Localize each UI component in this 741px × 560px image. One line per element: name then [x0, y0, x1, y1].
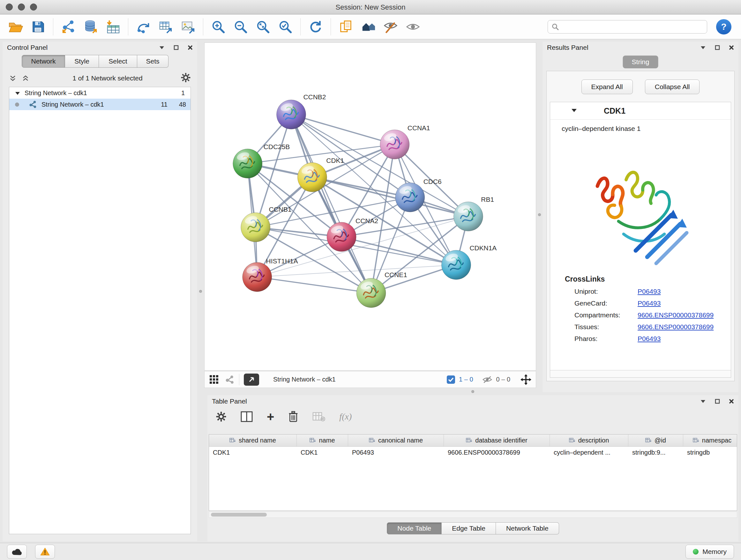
gene-section-header[interactable]: CDK1 — [550, 102, 731, 120]
expand-all-networks-icon[interactable] — [9, 74, 17, 82]
panel-menu-icon[interactable] — [159, 46, 165, 50]
tab-sets[interactable]: Sets — [137, 55, 169, 68]
warnings-button[interactable] — [35, 545, 55, 559]
network-node-RB1[interactable] — [454, 202, 483, 231]
table-row[interactable]: CDK1CDK1P064939606.ENSP00000378699cyclin… — [209, 447, 737, 458]
panel-close-icon[interactable] — [188, 45, 193, 50]
tab-edge-table[interactable]: Edge Table — [442, 522, 496, 535]
hidden-eye-slash-icon[interactable] — [482, 375, 492, 384]
panel-close-icon[interactable] — [729, 399, 734, 404]
crosslink-link[interactable]: 9606.ENSP00000378699 — [637, 323, 714, 331]
network-node-CDKN1A[interactable] — [442, 250, 471, 280]
expand-all-button[interactable]: Expand All — [582, 79, 633, 94]
network-node-CCNA1[interactable] — [380, 130, 409, 159]
splitter-handle[interactable] — [471, 390, 474, 393]
function-builder-icon[interactable]: f(x) — [339, 412, 352, 422]
crosslink-link[interactable]: P06493 — [637, 300, 661, 307]
splitter-handle[interactable] — [538, 213, 541, 216]
network-node-CDC25B[interactable] — [233, 149, 262, 178]
zoom-selected-button[interactable] — [276, 17, 295, 37]
column-header-shared-name[interactable]: shared name — [209, 435, 297, 446]
network-edge-CCNB2-CCNA1[interactable] — [291, 115, 394, 145]
home-button[interactable] — [359, 17, 378, 37]
selected-checkbox-icon[interactable] — [447, 375, 455, 384]
panel-menu-icon[interactable] — [700, 399, 706, 403]
import-network-database-button[interactable] — [81, 17, 100, 37]
apply-layout-button[interactable] — [306, 17, 325, 37]
search-input[interactable] — [548, 20, 707, 34]
table-cell[interactable]: stringdb:9... — [628, 449, 683, 456]
table-horizontal-scrollbar[interactable] — [209, 511, 737, 518]
network-node-CCNA2[interactable] — [327, 222, 356, 252]
zoom-in-button[interactable] — [209, 17, 228, 37]
column-header-name[interactable]: name — [297, 435, 348, 446]
column-header-namespac[interactable]: namespac — [683, 435, 737, 446]
collapse-all-networks-icon[interactable] — [22, 74, 29, 82]
grid-view-icon[interactable] — [209, 374, 219, 385]
tab-style[interactable]: Style — [65, 55, 99, 68]
show-columns-icon[interactable] — [241, 411, 253, 422]
network-node-HIST1H1A[interactable] — [243, 262, 272, 292]
panel-float-icon[interactable] — [715, 45, 720, 50]
table-cell[interactable]: 9606.ENSP00000378699 — [444, 449, 550, 456]
open-session-button[interactable] — [6, 17, 25, 37]
network-edge-CCNE1-HIST1H1A[interactable] — [257, 277, 371, 293]
import-network-file-button[interactable] — [59, 17, 78, 37]
table-cell[interactable]: stringdb — [683, 449, 737, 456]
disclosure-triangle-icon[interactable] — [15, 89, 20, 97]
tab-string[interactable]: String — [623, 56, 658, 68]
network-node-CCNB2[interactable] — [277, 100, 306, 129]
network-node-CDK1[interactable] — [297, 163, 327, 192]
network-view[interactable]: CCNB2CCNA1CDC25BCDK1CDC6RB1CCNB1CCNA2CDK… — [204, 43, 536, 371]
scrollbar-thumb[interactable] — [211, 513, 267, 516]
birds-eye-view-button[interactable] — [244, 374, 259, 386]
tab-node-table[interactable]: Node Table — [387, 522, 442, 535]
table-cell[interactable]: cyclin–dependent ... — [550, 449, 628, 456]
crosslink-link[interactable]: P06493 — [637, 335, 661, 343]
save-session-button[interactable] — [28, 17, 48, 37]
help-button[interactable]: ? — [716, 19, 731, 35]
clone-network-button[interactable] — [134, 17, 153, 37]
zoom-fit-button[interactable] — [253, 17, 273, 37]
network-node-CCNE1[interactable] — [356, 278, 386, 308]
cloud-status-button[interactable] — [7, 545, 27, 559]
table-cell[interactable]: P06493 — [348, 449, 444, 456]
tab-network[interactable]: Network — [22, 55, 65, 68]
memory-button[interactable]: Memory — [685, 545, 734, 559]
column-header--id[interactable]: @id — [628, 435, 683, 446]
network-share-icon[interactable] — [225, 375, 234, 384]
show-graphics-details-button[interactable] — [403, 17, 422, 37]
crosslink-link[interactable]: 9606.ENSP00000378699 — [637, 311, 714, 319]
panel-menu-icon[interactable] — [700, 46, 706, 50]
import-table-file-button[interactable] — [104, 17, 123, 37]
panel-close-icon[interactable] — [729, 45, 734, 50]
column-header-canonical-name[interactable]: canonical name — [348, 435, 444, 446]
network-collection-row[interactable]: String Network – cdk1 1 — [9, 87, 191, 99]
disclosure-triangle-icon[interactable] — [571, 108, 577, 114]
network-graph[interactable]: CCNB2CCNA1CDC25BCDK1CDC6RB1CCNB1CCNA2CDK… — [205, 43, 536, 370]
delete-column-trash-icon[interactable] — [288, 411, 298, 423]
duplicate-documents-button[interactable] — [336, 17, 355, 37]
add-column-icon[interactable]: + — [267, 412, 274, 422]
network-node-CCNB1[interactable] — [241, 212, 270, 242]
export-image-button[interactable] — [179, 17, 198, 37]
table-settings-gear-icon[interactable] — [216, 411, 226, 422]
panel-float-icon[interactable] — [174, 45, 179, 50]
tab-network-table[interactable]: Network Table — [496, 522, 559, 535]
splitter-handle[interactable] — [199, 290, 202, 293]
hide-graphics-details-button[interactable] — [381, 17, 400, 37]
column-header-description[interactable]: description — [550, 435, 628, 446]
tab-select[interactable]: Select — [99, 55, 137, 68]
network-edge-CCNB2-CCNE1[interactable] — [291, 115, 371, 293]
network-row-selected[interactable]: String Network – cdk1 11 48 — [9, 99, 191, 110]
table-cell[interactable]: CDK1 — [297, 449, 348, 456]
crosslink-link[interactable]: P06493 — [637, 288, 661, 295]
results-scroll-area[interactable] — [550, 370, 731, 377]
pan-move-icon[interactable] — [521, 374, 531, 385]
zoom-out-button[interactable] — [231, 17, 250, 37]
network-edge-CCNA2-CDKN1A[interactable] — [341, 237, 456, 265]
network-options-gear-icon[interactable] — [181, 72, 191, 84]
network-node-CDC6[interactable] — [395, 183, 425, 212]
collapse-all-button[interactable]: Collapse All — [645, 79, 700, 94]
table-cell[interactable]: CDK1 — [209, 449, 297, 456]
